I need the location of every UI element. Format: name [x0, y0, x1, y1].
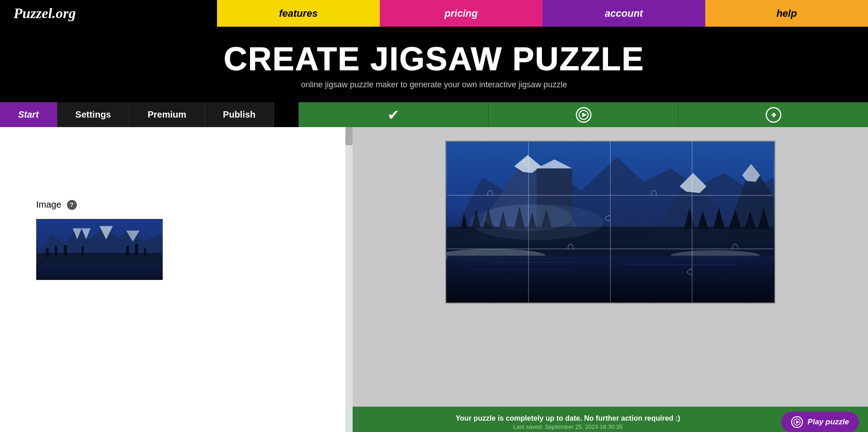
- image-label: Image: [36, 199, 61, 210]
- svg-point-49: [483, 204, 572, 231]
- svg-rect-44: [447, 256, 774, 303]
- puzzle-scene: [446, 142, 774, 303]
- scrollbar-thumb[interactable]: [345, 127, 353, 145]
- nav-help[interactable]: help: [705, 0, 868, 27]
- share-icon: [765, 107, 782, 123]
- thumb-scene: [37, 219, 162, 280]
- svg-rect-14: [82, 247, 84, 256]
- svg-rect-13: [64, 245, 67, 256]
- top-navigation: Puzzel.org features pricing account help: [0, 0, 868, 27]
- svg-rect-12: [55, 246, 57, 256]
- play-icon: [791, 416, 803, 428]
- right-panel: Your puzzle is completely up to date. No…: [353, 127, 868, 432]
- status-text-area: Your puzzle is completely up to date. No…: [362, 414, 774, 430]
- yin-yang-icon[interactable]: ☯: [274, 102, 299, 127]
- hero-title: CREATE JIGSAW PUZZLE: [0, 40, 868, 77]
- check-button[interactable]: ✔: [299, 102, 489, 127]
- puzzle-preview: [445, 141, 775, 304]
- svg-marker-56: [796, 420, 799, 424]
- toolbar: Start Settings Premium Publish ☯ ✔: [0, 102, 868, 127]
- image-label-area: Image ?: [36, 199, 77, 210]
- scrollbar-track: [345, 127, 353, 432]
- tab-start[interactable]: Start: [0, 102, 57, 127]
- image-help-icon[interactable]: ?: [67, 200, 77, 210]
- refresh-icon: [576, 107, 592, 123]
- hero-subtitle: online jigsaw puzzle maker to generate y…: [0, 80, 868, 90]
- tab-settings[interactable]: Settings: [57, 102, 130, 127]
- svg-rect-10: [37, 264, 162, 280]
- logo-area: Puzzel.org: [0, 0, 217, 27]
- svg-rect-15: [126, 246, 129, 256]
- toolbar-right-actions: ✔: [299, 102, 868, 127]
- main-content: Image ?: [0, 127, 868, 432]
- tab-publish[interactable]: Publish: [205, 102, 274, 127]
- svg-rect-17: [144, 248, 146, 256]
- svg-rect-11: [46, 248, 49, 257]
- image-thumbnail[interactable]: [36, 219, 163, 280]
- image-thumbnail-container: [36, 219, 163, 280]
- play-puzzle-button[interactable]: Play puzzle: [781, 412, 859, 432]
- svg-marker-2: [582, 113, 587, 117]
- left-panel: Image ?: [0, 127, 353, 432]
- status-sub-text: Last saved: September 25, 2023 18:30:35: [362, 423, 774, 430]
- refresh-button[interactable]: [489, 102, 679, 127]
- nav-features[interactable]: features: [217, 0, 380, 27]
- site-logo[interactable]: Puzzel.org: [14, 5, 76, 22]
- status-bar: Your puzzle is completely up to date. No…: [353, 407, 868, 432]
- nav-pricing[interactable]: pricing: [380, 0, 542, 27]
- svg-rect-16: [135, 244, 138, 255]
- nav-account[interactable]: account: [542, 0, 705, 27]
- nav-items: features pricing account help: [217, 0, 868, 27]
- tab-premium[interactable]: Premium: [129, 102, 205, 127]
- status-main-text: Your puzzle is completely up to date. No…: [362, 414, 774, 423]
- hero-section: CREATE JIGSAW PUZZLE online jigsaw puzzl…: [0, 27, 868, 102]
- share-button[interactable]: [679, 102, 868, 127]
